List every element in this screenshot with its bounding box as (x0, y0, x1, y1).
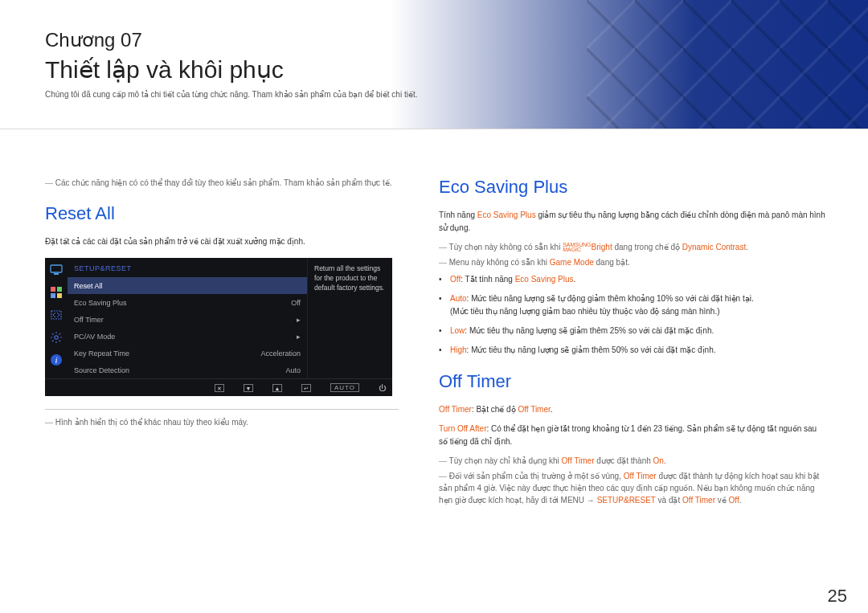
svg-rect-4 (51, 293, 55, 298)
eco-saving-heading: Eco Saving Plus (439, 177, 826, 198)
osd-row-label: Key Repeat Time (74, 349, 236, 358)
monitor-icon (49, 263, 63, 277)
left-top-note: Các chức năng hiện có có thể thay đổi tù… (45, 177, 399, 189)
osd-row-label: Source Detection (74, 366, 236, 374)
osd-description: Return all the settings for the product … (307, 258, 392, 378)
svg-point-7 (55, 336, 58, 339)
svg-rect-0 (51, 265, 62, 272)
osd-row-value: Auto (236, 366, 301, 374)
chapter-number: Chương 07 (45, 29, 826, 52)
left-bottom-note: Hình ảnh hiển thị có thể khác nhau tùy t… (45, 416, 399, 428)
enter-icon: ↵ (301, 384, 311, 392)
osd-row: Reset All (68, 277, 307, 294)
power-icon: ⏻ (379, 384, 386, 392)
divider (45, 409, 399, 410)
osd-row-value: Off (236, 299, 301, 307)
osd-row-label: Reset All (74, 282, 236, 290)
svg-line-13 (59, 341, 61, 342)
svg-rect-3 (57, 287, 62, 292)
gear-icon (49, 330, 63, 345)
eco-bullet-low: Low: Mức tiêu thụ năng lượng sẽ giảm thê… (439, 325, 826, 337)
svg-line-15 (59, 333, 61, 335)
eco-intro: Tính năng Eco Saving Plus giảm sự tiêu t… (439, 209, 826, 235)
page-number: 25 (828, 586, 847, 607)
osd-row-value: ▸ (236, 333, 301, 341)
eco-bullet-high: High: Mức tiêu thụ năng lượng sẽ giảm th… (439, 344, 826, 357)
off-timer-heading: Off Timer (439, 371, 826, 392)
eco-note-1: Tùy chọn này không có sẵn khi SAMSUNGMAG… (439, 241, 826, 253)
grid-icon (49, 285, 63, 300)
osd-row-value (236, 282, 301, 290)
svg-rect-5 (57, 293, 62, 298)
osd-menu-title: SETUP&RESET (68, 258, 307, 277)
osd-row: Eco Saving PlusOff (68, 294, 307, 311)
osd-row: Key Repeat TimeAcceleration (68, 345, 307, 362)
info-icon: i (49, 353, 63, 367)
off-timer-note-2: Đối với sản phẩm của thị trường ở một số… (439, 470, 826, 506)
down-icon: ▼ (244, 384, 253, 392)
svg-line-12 (52, 333, 54, 335)
chapter-subtitle: Chúng tôi đã cung cấp mô tả chi tiết của… (45, 90, 826, 99)
osd-row-label: Off Timer (74, 316, 236, 324)
osd-footer: ✕ ▼ ▲ ↵ AUTO ⏻ (45, 378, 392, 396)
osd-row: Source DetectionAuto (68, 362, 307, 378)
osd-sidebar: i (45, 258, 68, 378)
close-icon: ✕ (215, 384, 224, 392)
svg-text:i: i (55, 355, 57, 365)
osd-row: PC/AV Mode▸ (68, 328, 307, 345)
chapter-title: Thiết lập và khôi phục (45, 54, 826, 85)
osd-row-value: ▸ (236, 316, 301, 324)
off-timer-line-2: Turn Off After: Có thể đặt hẹn giờ tắt t… (439, 423, 826, 448)
osd-row: Off Timer▸ (68, 311, 307, 328)
off-timer-line-1: Off Timer: Bật chế độ Off Timer. (439, 403, 826, 416)
osd-row-label: Eco Saving Plus (74, 299, 236, 307)
svg-rect-6 (51, 311, 61, 319)
osd-row-value: Acceleration (236, 349, 301, 358)
svg-rect-2 (51, 287, 55, 292)
eco-note-2: Menu này không có sẵn khi Game Mode đang… (439, 256, 826, 268)
svg-line-14 (52, 341, 54, 342)
eco-bullet-auto: Auto: Mức tiêu năng lượng sẽ tự động giả… (439, 292, 826, 318)
eco-bullet-off: Off: Tắt tính năng Eco Saving Plus. (439, 273, 826, 286)
reset-all-intro: Đặt tất cả các cài đặt của sản phẩm trở … (45, 235, 399, 248)
off-timer-note-1: Tùy chọn này chỉ khả dụng khi Off Timer … (439, 455, 826, 467)
up-icon: ▲ (272, 384, 282, 392)
svg-rect-1 (54, 273, 59, 275)
osd-screenshot: i SETUP&RESET Reset AllEco Saving PlusOf… (45, 258, 392, 396)
osd-row-label: PC/AV Mode (74, 333, 236, 341)
resize-icon (49, 308, 63, 322)
auto-button-icon: AUTO (330, 383, 359, 392)
reset-all-heading: Reset All (45, 203, 399, 224)
